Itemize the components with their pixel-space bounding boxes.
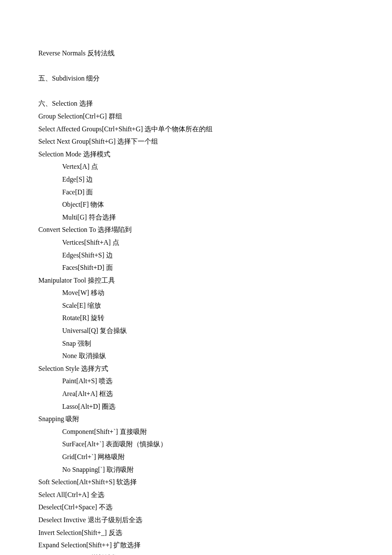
text-line: None 取消操纵	[38, 350, 354, 362]
text-line: Select Next Group[Shift+G] 选择下一个组	[38, 135, 354, 148]
text-line: Invert Selection[Shift+_] 反选	[38, 526, 354, 539]
text-line: Paint[Alt+S] 喷选	[38, 375, 354, 387]
text-line: Face[D] 面	[38, 186, 354, 199]
text-line: Grow Selection[=] 增长选择	[38, 552, 354, 555]
text-line: Manipulator Tool 操控工具	[38, 274, 354, 287]
text-line: Universal[Q] 复合操纵	[38, 324, 354, 337]
text-line: 五、Subdivision 细分	[38, 72, 354, 85]
blank-line	[38, 85, 354, 98]
text-line: Select All[Ctrl+A] 全选	[38, 489, 354, 501]
text-line: Edge[S] 边	[38, 173, 354, 186]
text-line: Component[Shift+`] 直接吸附	[38, 425, 354, 438]
text-line: Area[Alt+A] 框选	[38, 387, 354, 400]
text-line: Select Affected Groups[Ctrl+Shift+G] 选中单…	[38, 123, 354, 136]
text-line: Snapping 吸附	[38, 413, 354, 425]
text-line: SurFace[Alt+`] 表面吸附（慎操纵）	[38, 438, 354, 451]
text-line: Expand Selection[Shift++] 扩散选择	[38, 539, 354, 552]
text-line: Selection Mode 选择模式	[38, 148, 354, 161]
text-line: 六、Selection 选择	[38, 97, 354, 110]
text-line: Grid[Ctrl+`] 网格吸附	[38, 451, 354, 463]
text-line: Lasso[Alt+D] 圈选	[38, 400, 354, 413]
blank-line	[38, 60, 354, 72]
text-line: Object[F] 物体	[38, 198, 354, 211]
text-line: Deselect[Ctrl+Space] 不选	[38, 501, 354, 514]
text-line: Reverse Normals 反转法线	[38, 47, 354, 60]
text-line: Edges[Shift+S] 边	[38, 249, 354, 262]
text-line: Group Selection[Ctrl+G] 群组	[38, 110, 354, 123]
text-line: Faces[Shift+D] 面	[38, 261, 354, 274]
text-line: No Snapping[`] 取消吸附	[38, 463, 354, 476]
text-line: Vertices[Shift+A] 点	[38, 236, 354, 249]
document-page: Reverse Normals 反转法线五、Subdivision 细分六、Se…	[0, 0, 392, 555]
text-line: Rotate[R] 旋转	[38, 312, 354, 324]
text-line: Deselect Invctive 退出子级别后全选	[38, 514, 354, 526]
text-line: Selection Style 选择方式	[38, 362, 354, 375]
text-line: Move[W] 移动	[38, 286, 354, 299]
text-line: Snap 强制	[38, 337, 354, 350]
text-line: Convert Selection To 选择塌陷到	[38, 223, 354, 236]
text-line: Scale[E] 缩放	[38, 299, 354, 312]
text-line: Soft Selection[Alt+Shift+S] 软选择	[38, 476, 354, 489]
text-line: Multi[G] 符合选择	[38, 211, 354, 224]
text-line: Vertex[A] 点	[38, 160, 354, 173]
